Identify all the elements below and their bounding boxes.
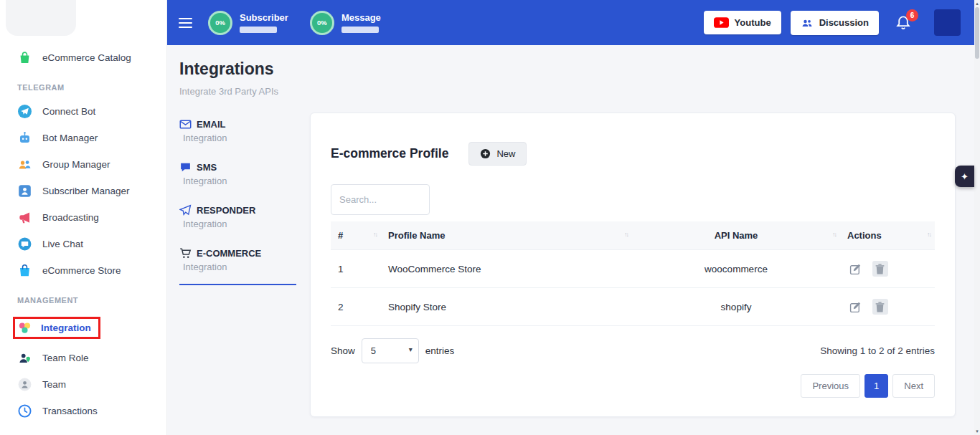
subscriber-stat-text: Subscriber — [240, 12, 288, 33]
robot-icon — [17, 130, 32, 145]
delete-button[interactable] — [872, 299, 888, 315]
sidebar-item-connect-bot[interactable]: Connect Bot — [0, 98, 166, 125]
cell-actions — [840, 288, 935, 326]
active-highlight-box: Integration — [13, 317, 100, 339]
plus-circle-icon — [480, 148, 491, 159]
search-input[interactable] — [331, 184, 430, 215]
sidebar: eCommerce Catalog TELEGRAM Connect Bot B… — [0, 0, 167, 435]
table-row: 1 WooCommerce Store woocommerce — [331, 250, 935, 288]
sidebar-item-subscriber-manager[interactable]: Subscriber Manager — [0, 178, 166, 204]
telegram-plane-icon — [17, 104, 32, 119]
menu-toggle-icon[interactable] — [177, 12, 194, 34]
next-page-button[interactable]: Next — [892, 374, 935, 398]
sidebar-item-team[interactable]: Team — [0, 371, 166, 398]
edit-button[interactable] — [847, 299, 863, 315]
group-people-icon — [17, 157, 32, 172]
discussion-button-label: Discussion — [819, 17, 869, 28]
show-label: Show — [331, 345, 355, 356]
ecommerce-profile-panel: E-commerce Profile New — [310, 113, 956, 417]
subscriber-percent: 0% — [215, 19, 225, 27]
table-footer: Show 5 ▾ entries Showing 1 to 2 of 2 ent… — [331, 338, 935, 363]
nav-item-email[interactable]: EMAIL Integration — [179, 118, 296, 143]
nav-item-responder[interactable]: RESPONDER Integration — [179, 204, 296, 229]
youtube-button[interactable]: Youtube — [704, 11, 781, 34]
subscriber-person-icon — [17, 183, 32, 199]
cart-icon — [179, 247, 192, 259]
main-content: Integrations Integrate 3rd Party APIs EM… — [167, 45, 980, 435]
new-button[interactable]: New — [468, 142, 527, 166]
content-row: EMAIL Integration SMS Integration — [179, 113, 980, 417]
user-avatar[interactable] — [934, 9, 961, 36]
page-size-select[interactable]: 5 — [362, 338, 419, 363]
showing-entries-text: Showing 1 to 2 of 2 entries — [820, 345, 935, 356]
integration-circles-icon — [17, 320, 32, 335]
cell-actions — [840, 250, 935, 288]
sms-icon — [179, 161, 192, 173]
delete-button[interactable] — [872, 261, 888, 277]
column-header-label: Actions — [847, 230, 882, 241]
cell-api-name: woocommerce — [632, 250, 840, 288]
panel-head: E-commerce Profile New — [331, 142, 935, 166]
sort-icon[interactable]: ↑↓ — [624, 231, 628, 238]
scrollbar[interactable]: ▲ ▼ — [974, 0, 980, 435]
sidebar-item-ecommerce-store[interactable]: eCommerce Store — [0, 257, 166, 284]
subscriber-stat: 0% Subscriber — [208, 11, 288, 35]
scroll-up-icon[interactable]: ▲ — [975, 1, 979, 6]
youtube-icon — [714, 17, 729, 28]
page-title: Integrations — [179, 59, 980, 79]
table-row: 2 Shopify Store shopify — [331, 288, 935, 326]
discussion-button[interactable]: Discussion — [791, 11, 879, 35]
sidebar-item-transactions[interactable]: Transactions — [0, 398, 166, 424]
message-progress-circle: 0% — [310, 11, 334, 35]
edit-button[interactable] — [847, 261, 863, 277]
megaphone-icon — [17, 210, 32, 225]
team-person-icon — [17, 377, 32, 392]
sidebar-item-integration[interactable]: Integration — [0, 311, 166, 345]
nav-item-title: SMS — [197, 162, 217, 173]
sidebar-item-broadcasting[interactable]: Broadcasting — [0, 204, 166, 231]
users-icon — [801, 17, 814, 29]
pagination: Previous 1 Next — [331, 374, 935, 398]
sidebar-item-team-role[interactable]: Team Role — [0, 345, 166, 371]
sidebar-item-group-manager[interactable]: Group Manager — [0, 151, 166, 178]
person-pin-icon — [17, 350, 32, 365]
chat-widget-button[interactable]: ✦ — [955, 166, 974, 187]
redacted-value — [341, 27, 379, 33]
sidebar-item-live-chat[interactable]: Live Chat — [0, 231, 166, 257]
sidebar-item-bot-manager[interactable]: Bot Manager — [0, 125, 166, 151]
chat-bubble-icon — [17, 236, 32, 252]
sidebar-item-label: Team Role — [42, 351, 89, 365]
column-header-label: Profile Name — [388, 230, 445, 241]
sidebar-item-ecommerce-catalog[interactable]: eCommerce Catalog — [0, 44, 166, 71]
sidebar-item-label: eCommerce Catalog — [42, 51, 131, 65]
new-button-label: New — [496, 148, 515, 159]
logo — [6, 0, 76, 36]
sidebar-item-label: Integration — [41, 321, 91, 335]
nav-item-sms[interactable]: SMS Integration — [179, 161, 296, 186]
header-left: 0% Subscriber 0% Message — [177, 11, 402, 35]
scroll-down-icon[interactable]: ▼ — [975, 429, 979, 434]
sort-icon[interactable]: ↑↓ — [927, 231, 930, 238]
nav-item-sub: Integration — [183, 262, 296, 272]
message-stat-text: Message — [341, 12, 381, 33]
page-1-button[interactable]: 1 — [864, 374, 888, 398]
integration-nav: EMAIL Integration SMS Integration — [179, 113, 296, 285]
clock-icon — [17, 403, 32, 419]
sidebar-item-label: Broadcasting — [42, 211, 99, 225]
logo-area — [0, 0, 166, 44]
scrollbar-thumb[interactable] — [975, 7, 979, 59]
page-size-select-wrap: 5 ▾ — [362, 338, 419, 363]
top-header: 0% Subscriber 0% Message — [167, 0, 980, 45]
sort-icon[interactable]: ↑↓ — [373, 231, 377, 238]
message-stat: 0% Message — [310, 11, 381, 35]
notification-badge: 6 — [906, 9, 918, 21]
sidebar-item-label: Team — [42, 378, 66, 392]
sort-icon[interactable]: ↑↓ — [832, 231, 836, 238]
previous-page-button[interactable]: Previous — [801, 374, 860, 398]
column-header-profile-name: Profile Name ↑↓ — [381, 221, 632, 250]
message-percent: 0% — [317, 19, 327, 27]
nav-item-ecommerce[interactable]: E-COMMERCE Integration — [179, 247, 296, 285]
notifications-button[interactable]: 6 — [895, 15, 911, 31]
sidebar-item-label: Live Chat — [42, 237, 83, 252]
nav-item-sub: Integration — [183, 176, 296, 186]
